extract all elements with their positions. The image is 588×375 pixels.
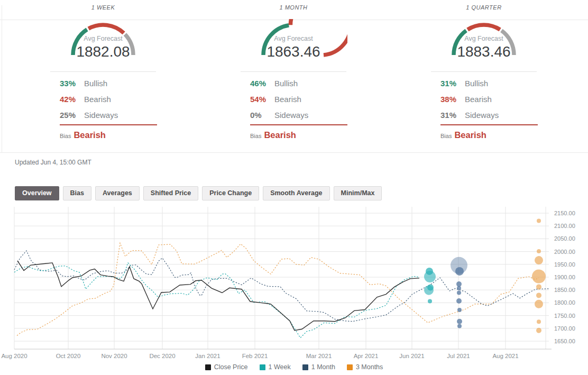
legend-label: 1 Month	[311, 363, 335, 371]
series-line-1-month	[14, 251, 550, 322]
updated-timestamp: Updated Jun 4, 15:00 GMT	[15, 159, 91, 166]
bearish-label: Bearish	[84, 95, 111, 104]
bullish-label: Bullish	[465, 79, 488, 88]
panel-title: 1 WEEK	[49, 4, 157, 11]
y-axis-label: 2000.00	[554, 249, 575, 255]
x-axis-label: Feb 2021	[242, 353, 268, 359]
sideways-label: Sideways	[274, 111, 308, 120]
bias-underline	[60, 124, 157, 125]
forecast-panel-1-month: 1 MONTH Avg Forecast 1863.46 46%Bullish …	[240, 0, 347, 153]
legend-swatch-icon	[347, 364, 353, 370]
forecast-bubble-1-week	[424, 271, 436, 282]
forecast-bubble-1-month	[457, 319, 462, 324]
y-axis-label: 1800.00	[554, 299, 575, 306]
forecast-bubble-1-month	[456, 281, 462, 287]
sentiment-rows: 31%Bullish 38%Bearish 31%Sideways	[440, 75, 538, 123]
avg-forecast-value: 1863.46	[240, 43, 347, 60]
bullish-label: Bullish	[274, 79, 298, 88]
forecast-bubble-1-week	[428, 299, 432, 304]
y-axis-label: 1650.00	[554, 338, 575, 344]
forecast-bubble-3-months	[535, 300, 543, 308]
tab-price-change[interactable]: Price Change	[202, 186, 259, 200]
tab-smooth-average[interactable]: Smooth Average	[263, 186, 329, 200]
left-border-rule	[2, 5, 2, 152]
legend-close-price: Close Price	[205, 363, 248, 371]
gauge-segment	[88, 25, 124, 33]
forecast-bubble-1-month	[457, 291, 461, 295]
sentiment-rows: 46%Bullish 54%Bearish 0%Sideways	[250, 75, 347, 123]
bearish-pct: 54%	[250, 95, 274, 104]
x-axis-label: Oct 2020	[56, 353, 81, 359]
bearish-row: 38%Bearish	[440, 91, 538, 107]
bias-row: Bias Bearish	[250, 130, 296, 140]
forecast-bubble-3-months	[536, 284, 541, 289]
sideways-label: Sideways	[84, 111, 118, 120]
bias-label: Bias	[60, 133, 71, 139]
x-axis-label: Aug 2020	[1, 353, 27, 359]
y-axis-label: 1900.00	[554, 274, 575, 280]
chart-legend: Close Price1 Week1 Month3 Months	[0, 363, 588, 371]
forecast-bubble-3-months	[537, 249, 541, 253]
bias-value: Bearish	[264, 130, 296, 140]
bias-label: Bias	[440, 133, 452, 139]
legend-swatch-icon	[260, 364, 265, 370]
avg-forecast-value: 1882.08	[49, 43, 157, 60]
bullish-pct: 33%	[60, 79, 84, 88]
tab-overview[interactable]: Overview	[15, 186, 59, 200]
forecast-chart: 2150.002100.002050.002000.001950.001900.…	[0, 204, 588, 375]
sideways-row: 25%Sideways	[60, 107, 157, 123]
bias-underline	[440, 124, 538, 125]
tab-shifted-price[interactable]: Shifted Price	[143, 186, 198, 200]
y-axis-label: 1950.00	[554, 261, 575, 268]
bearish-pct: 42%	[60, 95, 84, 104]
bearish-pct: 38%	[440, 95, 465, 104]
forecast-bubble-3-months	[532, 270, 546, 283]
x-axis-label: Mar 2021	[306, 353, 332, 359]
bias-underline	[250, 124, 347, 125]
forecast-bubble-3-months	[535, 256, 543, 264]
forecast-bubble-3-months	[536, 292, 541, 298]
tab-minim-max[interactable]: Minim/Max	[334, 186, 382, 200]
sideways-row: 31%Sideways	[440, 107, 538, 123]
legend-1-month: 1 Month	[302, 363, 335, 371]
panel-title: 1 MONTH	[240, 4, 347, 11]
bullish-pct: 31%	[440, 79, 465, 88]
forecast-bubble-1-month	[457, 308, 462, 312]
legend-label: 1 Week	[269, 363, 291, 371]
y-axis-label: 1700.00	[554, 325, 575, 332]
forecast-panel-1-quarter: 1 QUARTER Avg Forecast 1883.46 31%Bullis…	[430, 0, 538, 153]
panel-separator	[50, 71, 156, 72]
legend-1-week: 1 Week	[260, 363, 291, 371]
y-axis-label: 2050.00	[554, 235, 575, 242]
legend-swatch-icon	[302, 364, 308, 370]
sentiment-rows: 33%Bullish 42%Bearish 25%Sideways	[60, 75, 157, 123]
panel-separator	[431, 71, 537, 72]
sideways-pct: 31%	[440, 111, 465, 120]
series-line-1-week	[14, 263, 419, 338]
legend-3-months: 3 Months	[347, 363, 383, 371]
avg-forecast-value: 1883.46	[430, 43, 538, 60]
bias-value: Bearish	[454, 130, 486, 140]
bullish-label: Bullish	[84, 79, 107, 88]
sideways-row: 0%Sideways	[250, 107, 347, 123]
tab-bias[interactable]: Bias	[63, 186, 91, 200]
legend-swatch-icon	[205, 364, 211, 370]
bullish-row: 46%Bullish	[250, 75, 347, 91]
y-axis-label: 2100.00	[554, 223, 575, 229]
forecast-bubble-1-month	[455, 267, 464, 276]
tab-averages[interactable]: Averages	[95, 186, 140, 200]
legend-label: 3 Months	[356, 363, 383, 371]
forecast-bubble-1-month	[457, 324, 462, 328]
bias-row: Bias Bearish	[60, 130, 106, 140]
forecast-bubble-3-months	[537, 319, 541, 324]
panel-title: 1 QUARTER	[430, 4, 538, 11]
forecast-panel-1-week: 1 WEEK Avg Forecast 1882.08 33%Bullish 4…	[49, 0, 157, 153]
sideways-label: Sideways	[465, 111, 499, 120]
y-axis-label: 1850.00	[554, 287, 575, 293]
avg-forecast-label: Avg Forecast	[49, 35, 157, 42]
x-axis-label: Jul 2021	[447, 353, 470, 359]
y-axis-label: 1750.00	[554, 313, 575, 319]
bias-value: Bearish	[74, 130, 106, 140]
gauge-segment	[467, 25, 500, 30]
forecast-bubble-1-month	[457, 286, 461, 290]
